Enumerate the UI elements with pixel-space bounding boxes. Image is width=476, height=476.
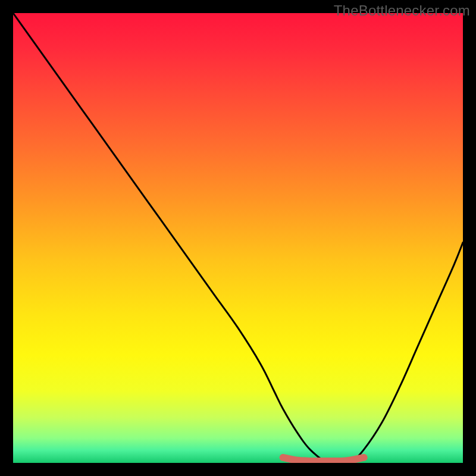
bottleneck-chart	[13, 13, 463, 463]
watermark-label: TheBottleneсker.com	[334, 2, 470, 19]
chart-frame	[13, 13, 463, 463]
flat-valley-highlight	[283, 458, 364, 461]
